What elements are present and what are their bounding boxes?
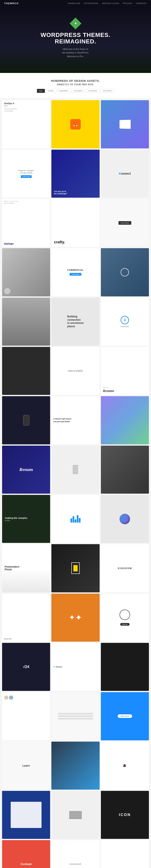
startup-links: BLOG THEMES: [4, 203, 14, 204]
macbook-screen: [69, 811, 82, 819]
grid-item-kingdom[interactable]: KINGDOM: [101, 544, 149, 592]
grid-item-phone2[interactable]: [51, 446, 99, 494]
grid-item-tophat[interactable]: 🎩: [101, 742, 149, 789]
filter-all[interactable]: ALL: [37, 89, 45, 93]
rename2-logo: Renam: [19, 467, 33, 472]
startup-label: ABOUT PRICING: [4, 200, 18, 202]
grid-item-macbook[interactable]: [51, 791, 99, 839]
circle-play-ring: ▶: [120, 610, 130, 620]
postmodern-inner: [73, 565, 78, 571]
grid-item-meet-team[interactable]: [2, 692, 50, 740]
rename-subtitle: Rename: [103, 387, 109, 388]
easier-text: It doesn't get easier,you just get bette…: [54, 417, 71, 423]
grid-item-rename[interactable]: Rename Rename: [101, 347, 149, 395]
rename-logo: Rename: [103, 389, 114, 393]
learnmore-btn[interactable]: Learn More: [119, 221, 131, 225]
grid-item-dark-person[interactable]: [101, 643, 149, 691]
phone2-device: [73, 465, 78, 474]
grid-item-dark[interactable]: [2, 347, 50, 395]
postmodern-frame: [71, 562, 80, 574]
form-field-3: [58, 718, 93, 720]
crafty-text: crafty.: [54, 240, 65, 244]
grid-item-silvertooth[interactable]: silvertooth: [51, 840, 99, 868]
fortitude-text: Fortitude: [20, 863, 32, 866]
learn-btn-button[interactable]: learn more: [118, 714, 132, 718]
nav-links: SHOWCASE EXTENSIONS DESIGN CLOUD PRICING…: [68, 2, 147, 4]
grid-item-easier[interactable]: It doesn't get easier,you just get bette…: [51, 396, 99, 444]
grid-item-24[interactable]: √24: [2, 643, 50, 691]
filter-headers[interactable]: HEADERS: [57, 89, 70, 93]
grid-item-sphere[interactable]: [101, 495, 149, 543]
tophat-brand: 🎩: [123, 764, 127, 767]
change-text: Ready for a change?Let's get started!: [19, 169, 34, 174]
yellow-icon-shape: 🦊: [70, 119, 81, 129]
filter-content[interactable]: CONTENT: [86, 89, 99, 93]
change-btn[interactable]: Learn More: [21, 175, 32, 178]
grid-item-orange[interactable]: ✦: [51, 594, 99, 642]
complex-text: 'making the complex: [5, 517, 27, 519]
postmodern-title: PostmodernPixels: [5, 565, 19, 571]
hero-section: ✦ WORDPRESS THEMES. REIMAGINED. Welcome …: [0, 7, 151, 73]
grid-item-photo-dark2[interactable]: [101, 446, 149, 494]
grid-item-form[interactable]: [51, 692, 99, 740]
sass-text: learn to {SaSS}: [68, 370, 83, 372]
grid-item-photo-blur[interactable]: [101, 396, 149, 444]
grid-item-bike[interactable]: [101, 248, 149, 296]
navigation: THEMRCO SHOWCASE EXTENSIONS DESIGN CLOUD…: [0, 0, 151, 7]
grid-item-pixel[interactable]: Pixel Pix: [2, 594, 50, 642]
phone-device: [23, 415, 29, 426]
commercial-label: COMMERCIAL: [67, 269, 84, 271]
grid-item-fortitude[interactable]: Fortitude: [2, 840, 50, 868]
pixel-title: Pixel Pix: [4, 638, 11, 640]
grid-item-yellow[interactable]: 🦊: [51, 100, 99, 148]
filter-footers[interactable]: FOOTERS: [71, 89, 85, 93]
grid-item-complex[interactable]: 'making the complex simple.: [2, 495, 50, 543]
filter-sites[interactable]: SITES: [46, 89, 56, 93]
icon-logo-text: ICON: [119, 813, 131, 817]
commercial-btn[interactable]: Learn More: [70, 273, 81, 276]
grid-item-icon-logo[interactable]: ICON: [101, 791, 149, 839]
photo1-shape: [4, 288, 10, 294]
nav-pricing[interactable]: PRICING: [123, 2, 132, 4]
grid-item-postmodern-photo[interactable]: [51, 544, 99, 592]
grid-item-wave[interactable]: No company is moreforward thinking: [101, 840, 149, 868]
circle-play-btn[interactable]: Sign Up: [120, 623, 130, 626]
nav-showcase[interactable]: SHOWCASE: [68, 2, 81, 4]
grid-item-building[interactable]: Building connection in uncommon places: [51, 298, 99, 346]
orange-emblem: ✦: [71, 613, 80, 622]
nav-extensions[interactable]: EXTENSIONS: [84, 2, 98, 4]
grid-item-photo1[interactable]: [2, 248, 50, 296]
devops-dots: [4, 105, 48, 106]
complex-text2: simple.: [5, 519, 11, 522]
grid-item-startup[interactable]: ABOUT PRICING BLOG THEMES startups: [2, 199, 50, 247]
nav-design-cloud[interactable]: DESIGN CLOUD: [102, 2, 119, 4]
grid-item-photo-arch[interactable]: [2, 298, 50, 346]
grid-item-connection[interactable]: ⊕ Connection: [101, 298, 149, 346]
grid-item-learn-text[interactable]: Learn: [2, 742, 50, 789]
grid-item-commercial[interactable]: COMMERCIAL Learn More: [51, 248, 99, 296]
grid-item-dashboard[interactable]: [51, 495, 99, 543]
grid-item-postmodern[interactable]: PostmodernPixels: [2, 544, 50, 592]
grid-item-blue-up[interactable]: Are you up tothe challenge?: [51, 150, 99, 198]
grid-item-devops[interactable]: DevOps ® Professional themefor developer…: [2, 100, 50, 148]
nav-company[interactable]: COMPANY: [136, 2, 147, 4]
dashboard-bars: [70, 515, 81, 523]
grid-item-phone[interactable]: [2, 396, 50, 444]
grid-item-wisdom[interactable]: ⚑ Wisdom: [51, 643, 99, 691]
sphere-shape: [120, 514, 130, 524]
grid-item-tablet[interactable]: [101, 100, 149, 148]
grid-item-change[interactable]: Ready for a change?Let's get started! Le…: [2, 150, 50, 198]
grid-item-learn-btn[interactable]: learn more: [101, 692, 149, 740]
grid-item-circle-play[interactable]: ▶ Sign Up: [101, 594, 149, 642]
filter-footers2[interactable]: FOOTERS: [100, 89, 114, 93]
hero-icon-glyph: ✦: [74, 21, 77, 26]
logo: THEMRCO: [4, 2, 19, 5]
grid-item-rename2[interactable]: Renam: [2, 446, 50, 494]
grid-item-konnect[interactable]: Konnect: [101, 150, 149, 198]
grid-item-sass[interactable]: learn to {SaSS}: [51, 347, 99, 395]
hero-title: WORDPRESS THEMES. REIMAGINED.: [8, 32, 143, 45]
grid-item-ethos[interactable]: [51, 742, 99, 789]
grid-item-crafty[interactable]: crafty.: [51, 199, 99, 247]
grid-item-blue-dash[interactable]: [2, 791, 50, 839]
grid-item-learnmore[interactable]: Learn More: [101, 199, 149, 247]
